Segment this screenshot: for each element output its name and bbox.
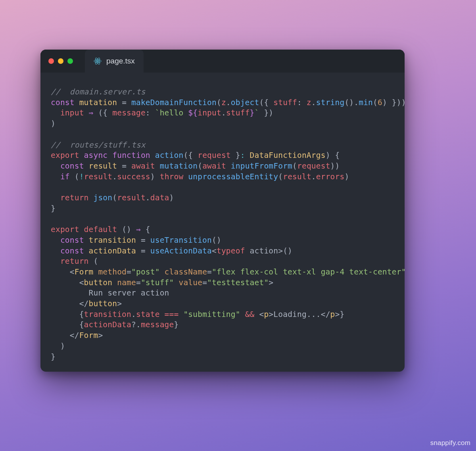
t: ( [89,257,98,266]
t [89,193,94,202]
t: inputFromForm [231,161,292,171]
t: . [146,193,150,202]
file-tab[interactable]: page.tsx [85,50,144,73]
t: json [93,193,112,202]
t: >() [278,246,292,255]
t: { [141,225,150,234]
t: z [221,98,226,107]
t: . [311,172,316,181]
t: ({ [183,151,198,160]
t: < [51,278,84,287]
t: p [264,310,269,319]
t [84,161,89,171]
t: const [51,98,75,107]
t [174,278,179,287]
t: }) [259,108,273,117]
t: actionData [84,320,131,329]
t: throw [160,172,184,181]
t: ) [344,172,349,181]
t: ` [255,108,259,117]
t: < [212,246,217,255]
t [183,172,188,181]
t: ( [198,161,202,171]
t: && [245,310,255,319]
t [160,267,165,276]
t: ({ [259,98,273,107]
t: request [297,161,330,171]
t: } [174,320,178,329]
t: result [89,161,117,171]
t: return [60,257,89,266]
t: z [307,98,311,107]
t: request [198,151,231,160]
t [240,310,245,319]
t: . [221,108,226,117]
minimize-icon[interactable] [58,58,63,64]
react-icon [94,57,102,65]
t [93,267,98,276]
t [51,288,89,297]
t [84,236,89,245]
t: method [98,267,127,276]
t: < [51,267,75,276]
t: Form [79,331,98,340]
zoom-icon[interactable] [67,58,73,64]
t: } [51,352,56,361]
t: string [316,98,345,107]
t [51,257,60,266]
t: : [240,151,250,160]
t: >} [335,310,345,319]
t: value [178,278,202,287]
t: action [155,151,184,160]
t: < [255,310,264,319]
t: () [117,225,136,234]
t: message [112,108,146,117]
t: transition [84,310,131,319]
t: ) { [326,151,340,160]
t [160,310,165,319]
t: = [127,267,131,276]
t: message [141,320,174,329]
t: </ [51,331,79,340]
t: 6 [378,98,382,107]
t: > [269,278,273,287]
t: const [60,246,84,255]
t: ) [150,172,160,181]
t: = [202,278,207,287]
watermark: snappify.com [430,439,470,447]
t: mutation [79,98,117,107]
t: p [330,310,335,319]
t: await [202,161,226,171]
t: </ [51,299,89,308]
t: "submitting" [183,310,240,319]
t: success [117,172,150,181]
t: min [359,98,373,107]
t: ) }))( [382,98,405,107]
t: === [165,310,179,319]
code-block: // domain.server.ts const mutation = mak… [40,73,405,372]
t: Run server action [89,288,169,297]
t: input [198,108,221,117]
t: unprocessableEntity [188,172,278,181]
t: ! [79,172,84,181]
t: data [150,193,169,202]
t: errors [316,172,345,181]
t: name [117,278,136,287]
t: makeDomainFunction [131,98,217,107]
t: default [84,225,117,234]
t: async [84,151,108,160]
t: result [283,172,311,181]
t: ( [217,98,221,107]
t: export [51,225,79,234]
t: ${ [188,108,198,117]
close-icon[interactable] [48,58,54,64]
t: ⇒ [136,225,141,234]
t: Form [75,267,94,276]
t: if [60,172,70,181]
t: DataFunctionArgs [250,151,326,160]
t [226,161,231,171]
t: { [51,320,84,329]
t: ( [373,98,378,107]
window-titlebar: page.tsx [40,50,405,73]
t: className [165,267,207,276]
